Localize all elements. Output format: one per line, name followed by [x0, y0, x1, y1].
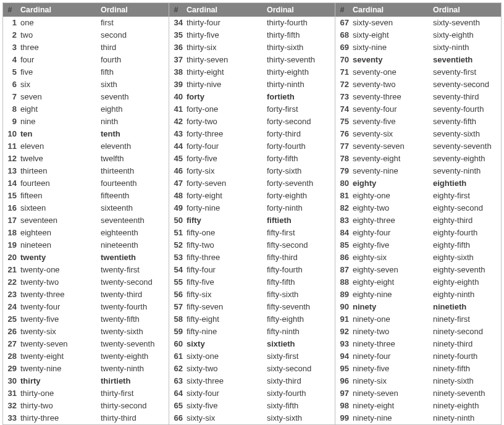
- cell-ordinal: ninth: [99, 116, 169, 127]
- cell-ordinal: sixty-third: [266, 375, 335, 387]
- cell-cardinal: thirty-six: [185, 41, 266, 53]
- cell-ordinal: sixteenth: [99, 202, 169, 214]
- cell-number: 55: [169, 276, 185, 288]
- table-row: 69sixty-ninesixty-ninth: [335, 41, 501, 54]
- table-row: 88eighty-eighteighty-eighth: [335, 276, 501, 288]
- cell-cardinal: nine: [19, 116, 99, 127]
- cell-number: 12: [3, 153, 19, 164]
- cell-number: 25: [3, 313, 19, 325]
- cell-number: 34: [169, 17, 185, 28]
- table-row: 95ninety-fiveninety-fifth: [335, 363, 501, 375]
- cell-cardinal: nineteen: [19, 239, 99, 251]
- cell-cardinal: sixty-six: [185, 412, 266, 424]
- table-row: 73seventy-threeseventy-third: [335, 91, 501, 103]
- table-row: 49forty-nineforty-ninth: [169, 202, 335, 214]
- cell-cardinal: forty-three: [185, 128, 266, 140]
- cell-number: 26: [3, 326, 19, 337]
- cell-cardinal: four: [19, 54, 99, 65]
- cell-cardinal: twenty: [19, 251, 99, 263]
- cell-ordinal: twenty-third: [99, 288, 169, 300]
- table-row: 39thirty-nivethirty-ninth: [169, 78, 335, 91]
- cell-ordinal: twenty-first: [99, 264, 169, 276]
- cell-ordinal: forty-eighth: [266, 190, 335, 201]
- cell-ordinal: sixty-first: [266, 350, 335, 362]
- cell-cardinal: eighty-six: [351, 251, 432, 263]
- table-row: 33thirty-threethirty-third: [3, 412, 169, 424]
- cell-cardinal: sixty-three: [185, 375, 266, 387]
- cell-ordinal: sixty-seventh: [432, 17, 501, 28]
- cell-ordinal: sixtieth: [266, 338, 335, 350]
- cell-ordinal: seventy-first: [432, 66, 501, 78]
- cell-ordinal: sixty-second: [266, 363, 335, 374]
- cell-cardinal: thirty-three: [19, 412, 99, 424]
- cell-ordinal: forty-fourth: [266, 140, 335, 152]
- table-row: 62sixty-twosixty-second: [169, 363, 335, 375]
- table-row: 53fifty-threefifty-third: [169, 251, 335, 264]
- cell-cardinal: sixty-eight: [351, 29, 432, 41]
- table-row: 83eighty-threeeighty-third: [335, 214, 501, 227]
- cell-cardinal: thirty-one: [19, 387, 99, 399]
- cell-number: 64: [169, 387, 185, 399]
- cell-ordinal: forty-seventh: [266, 177, 335, 189]
- cell-cardinal: fifty-two: [185, 239, 266, 251]
- cell-number: 83: [335, 214, 351, 226]
- cell-cardinal: eighty-three: [351, 214, 432, 226]
- cell-cardinal: sixty: [185, 338, 266, 350]
- cell-number: 53: [169, 251, 185, 263]
- cell-cardinal: sixty-four: [185, 387, 266, 399]
- table-column: #CardinalOrdinal67sixty-sevensixty-seven…: [335, 3, 501, 424]
- cell-ordinal: eighty-third: [432, 214, 501, 226]
- table-row: 31thirty-onethirty-first: [3, 387, 169, 400]
- cell-number: 60: [169, 338, 185, 350]
- cell-number: 71: [335, 66, 351, 78]
- cell-cardinal: forty-four: [185, 140, 266, 152]
- cell-number: 58: [169, 313, 185, 325]
- cell-number: 76: [335, 128, 351, 140]
- cell-cardinal: seventy-six: [351, 128, 432, 140]
- column-header: #CardinalOrdinal: [3, 3, 169, 17]
- cell-cardinal: ninety-four: [351, 350, 432, 362]
- table-row: 36thirty-sixthirty-sixth: [169, 41, 335, 54]
- cell-number: 98: [335, 400, 351, 411]
- table-row: 26twenty-sixtwenty-sixth: [3, 326, 169, 338]
- table-row: 84eighty-foureighty-fourth: [335, 227, 501, 239]
- cell-cardinal: three: [19, 41, 99, 53]
- table-row: 4fourfourth: [3, 54, 169, 66]
- cell-ordinal: twenty-eighth: [99, 350, 169, 362]
- table-row: 63sixty-threesixty-third: [169, 375, 335, 387]
- cell-ordinal: ninety-fourth: [432, 350, 501, 362]
- cell-number: 73: [335, 91, 351, 103]
- cell-cardinal: twenty-eight: [19, 350, 99, 362]
- table-row: 85eighty-fiveeighty-fifth: [335, 239, 501, 251]
- cell-number: 37: [169, 54, 185, 65]
- cell-ordinal: fifty-first: [266, 227, 335, 238]
- cell-number: 66: [169, 412, 185, 424]
- cell-number: 43: [169, 128, 185, 140]
- cell-number: 77: [335, 140, 351, 152]
- cell-cardinal: seventeen: [19, 214, 99, 226]
- table-row: 70seventyseventieth: [335, 54, 501, 66]
- header-num: #: [3, 3, 19, 17]
- cell-ordinal: eighty-fourth: [432, 227, 501, 238]
- cell-ordinal: eighth: [99, 103, 169, 115]
- cell-number: 14: [3, 177, 19, 189]
- cell-cardinal: forty-five: [185, 153, 266, 164]
- table-row: 66sixty-sixsixty-sixth: [169, 412, 335, 424]
- cell-ordinal: seventy-ninth: [432, 165, 501, 177]
- cell-number: 33: [3, 412, 19, 424]
- cell-ordinal: twenty-second: [99, 276, 169, 288]
- cell-cardinal: sixteen: [19, 202, 99, 214]
- table-row: 47forty-sevenforty-seventh: [169, 177, 335, 190]
- table-row: 87eighty-seveneighty-seventh: [335, 264, 501, 276]
- cell-number: 91: [335, 313, 351, 325]
- table-row: 77seventy-sevenseventy-seventh: [335, 140, 501, 153]
- cell-ordinal: eighty-first: [432, 190, 501, 201]
- cell-number: 35: [169, 29, 185, 41]
- header-cardinal: Cardinal: [185, 3, 266, 17]
- cell-ordinal: fifty-fifth: [266, 276, 335, 288]
- cell-ordinal: eighty-fifth: [432, 239, 501, 251]
- cell-number: 5: [3, 66, 19, 78]
- cell-ordinal: fifth: [99, 66, 169, 78]
- table-row: 15fifteenfifteenth: [3, 190, 169, 202]
- cell-cardinal: ninety: [351, 301, 432, 313]
